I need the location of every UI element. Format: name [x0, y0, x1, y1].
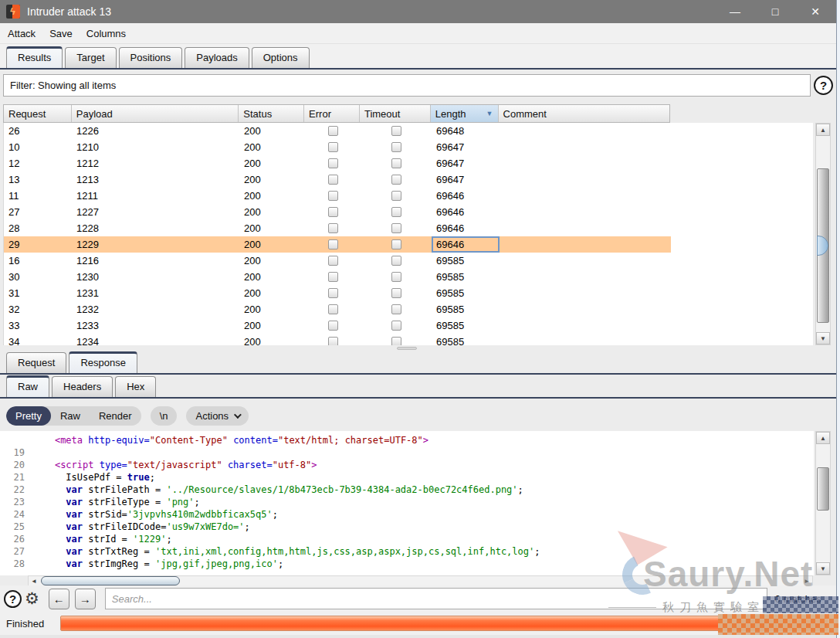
tab-request[interactable]: Request [6, 352, 66, 373]
window-title: Intruder attack 13 [27, 5, 111, 18]
view-tab-strip: Raw Headers Hex [0, 378, 836, 399]
previous-match-button[interactable]: ← [49, 589, 69, 609]
error-checkbox[interactable] [328, 175, 338, 185]
close-button[interactable]: ✕ [807, 3, 824, 20]
column-header-comment[interactable]: Comment [499, 105, 669, 122]
pane-splitter[interactable] [0, 345, 814, 351]
error-checkbox[interactable] [328, 158, 338, 168]
error-checkbox[interactable] [328, 126, 338, 136]
scroll-up-icon[interactable]: ▲ [816, 124, 830, 136]
timeout-checkbox[interactable] [391, 223, 401, 233]
column-header-request[interactable]: Request [4, 105, 72, 122]
error-checkbox[interactable] [328, 142, 338, 152]
error-checkbox[interactable] [328, 207, 338, 217]
cell-request: 12 [4, 155, 72, 171]
filter-help-icon[interactable]: ? [814, 76, 833, 95]
error-checkbox[interactable] [328, 288, 338, 298]
timeout-checkbox[interactable] [391, 207, 401, 217]
editor-vertical-scrollbar[interactable]: ▲ ▼ [815, 431, 831, 575]
menu-save[interactable]: Save [43, 25, 79, 42]
cell-timeout [361, 236, 432, 253]
timeout-checkbox[interactable] [391, 126, 401, 136]
gear-icon[interactable]: ⚙ [25, 589, 39, 608]
cell-status: 200 [239, 123, 305, 139]
column-header-error[interactable]: Error [304, 105, 360, 122]
tab-headers[interactable]: Headers [52, 376, 113, 397]
table-row[interactable]: 26122620069648 [4, 123, 671, 139]
timeout-checkbox[interactable] [391, 256, 401, 266]
table-row[interactable]: 16121620069585 [4, 253, 671, 269]
tab-results[interactable]: Results [6, 46, 63, 68]
column-header-length[interactable]: Length ▼ [431, 105, 499, 122]
table-row[interactable]: 30123020069585 [4, 269, 671, 285]
newline-toggle-button[interactable]: \n [151, 406, 178, 426]
minimize-button[interactable]: — [727, 3, 743, 20]
table-row[interactable]: 33123320069585 [4, 317, 671, 334]
error-checkbox[interactable] [328, 337, 338, 345]
column-header-payload[interactable]: Payload [72, 105, 239, 122]
timeout-checkbox[interactable] [391, 288, 401, 298]
table-row[interactable]: 28122820069646 [4, 220, 671, 236]
maximize-button[interactable]: □ [767, 3, 784, 20]
search-help-icon[interactable]: ? [4, 590, 22, 608]
table-row[interactable]: 27122720069646 [4, 204, 671, 220]
table-row[interactable]: 13121320069647 [4, 171, 671, 188]
timeout-checkbox[interactable] [391, 272, 401, 282]
render-button[interactable]: Render [90, 406, 141, 426]
results-vertical-scrollbar[interactable]: ▲ ▼ [815, 123, 831, 345]
cell-timeout [361, 301, 432, 317]
tab-target[interactable]: Target [65, 47, 116, 68]
error-checkbox[interactable] [328, 272, 338, 282]
cell-status: 200 [239, 285, 305, 301]
search-input[interactable] [105, 588, 767, 609]
timeout-checkbox[interactable] [391, 191, 401, 201]
editor-scrollbar-thumb[interactable] [817, 467, 829, 511]
timeout-checkbox[interactable] [391, 337, 401, 345]
scroll-left-icon[interactable]: ◄ [29, 576, 39, 585]
editor-horizontal-scrollbar[interactable]: ◄ ► [28, 575, 813, 586]
table-row[interactable]: 34123420069585 [4, 334, 671, 345]
next-match-button[interactable]: → [75, 589, 96, 609]
error-checkbox[interactable] [328, 239, 338, 249]
table-row[interactable]: 11121120069646 [4, 188, 671, 204]
error-checkbox[interactable] [328, 256, 338, 266]
table-row[interactable]: 31123120069585 [4, 285, 671, 301]
tab-payloads[interactable]: Payloads [185, 47, 249, 68]
results-scrollbar-thumb[interactable] [817, 168, 829, 323]
table-row[interactable]: 10121020069647 [4, 139, 671, 155]
scroll-right-icon[interactable]: ► [801, 576, 812, 585]
tab-raw[interactable]: Raw [6, 375, 49, 397]
table-row[interactable]: 12121220069647 [4, 155, 671, 171]
editor-scroll-up-icon[interactable]: ▲ [816, 432, 830, 444]
error-checkbox[interactable] [328, 223, 338, 233]
pretty-button[interactable]: Pretty [6, 406, 51, 426]
menu-attack[interactable]: Attack [2, 25, 42, 42]
actions-button[interactable]: Actions [186, 406, 249, 426]
filter-bar[interactable]: Filter: Showing all items [3, 74, 811, 97]
cell-status: 200 [239, 269, 305, 285]
error-checkbox[interactable] [328, 321, 338, 331]
timeout-checkbox[interactable] [391, 158, 401, 168]
timeout-checkbox[interactable] [391, 321, 401, 331]
tab-hex[interactable]: Hex [115, 376, 156, 397]
timeout-checkbox[interactable] [391, 239, 401, 249]
tab-positions[interactable]: Positions [119, 47, 183, 68]
editor-scroll-down-icon[interactable]: ▼ [816, 562, 830, 575]
timeout-checkbox[interactable] [391, 142, 401, 152]
menu-columns[interactable]: Columns [80, 25, 132, 42]
cell-status: 200 [239, 204, 305, 220]
column-header-timeout[interactable]: Timeout [360, 105, 431, 122]
scroll-down-icon[interactable]: ▼ [816, 332, 830, 344]
table-row[interactable]: 29122920069646 [4, 236, 671, 253]
tab-options[interactable]: Options [252, 47, 310, 68]
response-editor[interactable]: <meta http-equiv="Content-Type" content=… [0, 431, 814, 575]
error-checkbox[interactable] [328, 191, 338, 201]
column-header-status[interactable]: Status [239, 105, 304, 122]
raw-button[interactable]: Raw [51, 406, 90, 426]
editor-hscrollbar-thumb[interactable] [41, 576, 180, 585]
timeout-checkbox[interactable] [391, 175, 401, 185]
tab-response[interactable]: Response [69, 351, 137, 373]
timeout-checkbox[interactable] [391, 304, 401, 314]
error-checkbox[interactable] [328, 304, 338, 314]
table-row[interactable]: 32123220069585 [4, 301, 671, 317]
